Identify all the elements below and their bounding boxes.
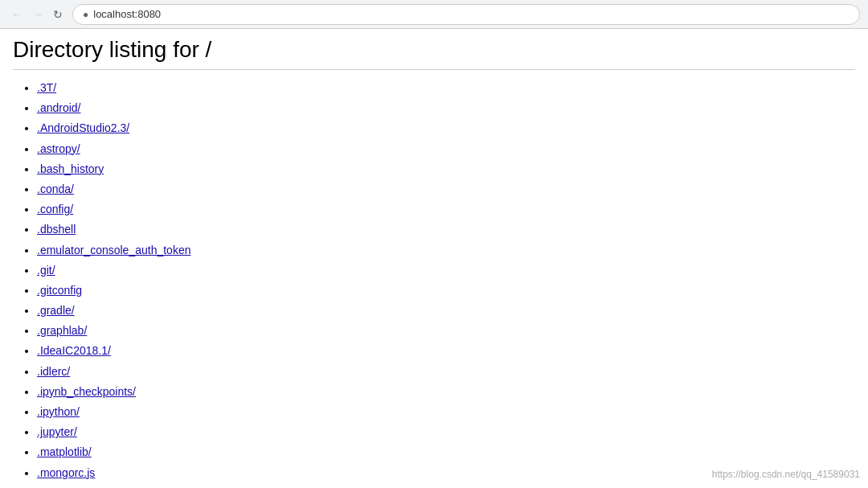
list-item: .bash_history — [37, 159, 855, 179]
list-item: .ipython/ — [37, 402, 855, 422]
list-item: .android/ — [37, 98, 855, 118]
directory-link[interactable]: .emulator_console_auth_token — [37, 244, 190, 256]
directory-link[interactable]: .ipython/ — [37, 405, 80, 418]
page-title: Directory listing for / — [13, 37, 855, 70]
address-bar: ● localhost:8080 — [72, 4, 860, 25]
directory-link[interactable]: .config/ — [37, 203, 73, 215]
directory-link[interactable]: .AndroidStudio2.3/ — [37, 121, 129, 134]
forward-button[interactable]: → — [29, 6, 47, 23]
list-item: .graphlab/ — [37, 321, 855, 341]
list-item: .gitconfig — [37, 281, 855, 301]
directory-link[interactable]: .IdeaIC2018.1/ — [37, 344, 111, 357]
browser-chrome: ← → ↻ ● localhost:8080 — [0, 0, 868, 29]
directory-link[interactable]: .gitconfig — [37, 284, 82, 297]
url-text: localhost:8080 — [93, 8, 161, 20]
directory-list: .3T/.android/.AndroidStudio2.3/.astropy/… — [13, 78, 855, 488]
list-item: .AndroidStudio2.3/ — [37, 118, 855, 138]
directory-link[interactable]: .3T/ — [37, 81, 56, 94]
directory-link[interactable]: .jupyter/ — [37, 425, 77, 438]
list-item: .emulator_console_auth_token — [37, 240, 855, 260]
page-content: Directory listing for / .3T/.android/.An… — [0, 29, 868, 488]
list-item: .git/ — [37, 260, 855, 281]
list-item: .config/ — [37, 199, 855, 219]
directory-link[interactable]: .gradle/ — [37, 304, 75, 317]
directory-link[interactable]: .dbshell — [37, 223, 76, 236]
lock-icon: ● — [83, 9, 88, 20]
list-item: .3T/ — [37, 78, 855, 98]
directory-link[interactable]: .bash_history — [37, 162, 104, 175]
watermark: https://blog.csdn.net/qq_41589031 — [712, 469, 860, 480]
directory-link[interactable]: .matplotlib/ — [37, 445, 92, 458]
list-item: .matplotlib/ — [37, 442, 855, 462]
directory-link[interactable]: .mongorc.js — [37, 466, 95, 479]
back-button[interactable]: ← — [8, 6, 26, 23]
list-item: .conda/ — [37, 179, 855, 199]
list-item: .node_repl_history — [37, 483, 855, 488]
list-item: .dbshell — [37, 219, 855, 240]
list-item: .idlerc/ — [37, 362, 855, 382]
directory-link[interactable]: .git/ — [37, 264, 55, 277]
directory-link[interactable]: .graphlab/ — [37, 324, 87, 337]
list-item: .IdeaIC2018.1/ — [37, 341, 855, 361]
refresh-button[interactable]: ↻ — [50, 6, 66, 23]
list-item: .gradle/ — [37, 301, 855, 321]
directory-link[interactable]: .astropy/ — [37, 142, 80, 155]
list-item: .jupyter/ — [37, 422, 855, 442]
directory-link[interactable]: .conda/ — [37, 182, 74, 195]
list-item: .ipynb_checkpoints/ — [37, 382, 855, 402]
directory-link[interactable]: .idlerc/ — [37, 365, 70, 378]
list-item: .astropy/ — [37, 139, 855, 159]
directory-link[interactable]: .ipynb_checkpoints/ — [37, 385, 136, 398]
nav-buttons: ← → ↻ — [8, 6, 66, 23]
directory-link[interactable]: .android/ — [37, 101, 80, 114]
